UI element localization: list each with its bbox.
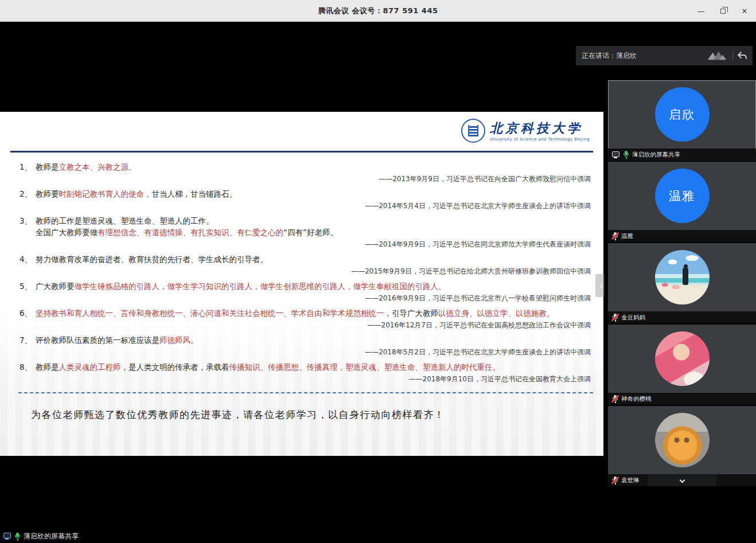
quote-segment: 努力做教育改革的奋进者、教育扶贫的先行者、学生成长的引导者。 [36, 255, 268, 264]
quote-segment: 教师的工作是塑造灵魂、塑造生命、塑造人的工作。 [36, 216, 214, 225]
quote-segment: 甘当人梯，甘当铺路石。 [152, 189, 237, 198]
quote-text: 努力做教育改革的奋进者、教育扶贫的先行者、学生成长的引导者。 [36, 253, 595, 265]
quote-attribution: ——2015年9月9日，习近平总书记在给北师大贵州研修班参训教师回信中强调 [16, 267, 591, 276]
restore-button[interactable] [717, 5, 728, 17]
quote-segment: 评价教师队伍素质的第一标准应该是 [36, 335, 159, 345]
participant-video: 温雅 [608, 162, 756, 230]
quote-text: 评价教师队伍素质的第一标准应该是师德师风。 [36, 334, 595, 346]
quote-segment: 做学生锤炼品格的引路人，做学生学习知识的引路人，做学生创新思维的引路人，做学生奉… [75, 282, 446, 291]
quote-segment: ，是人类文明的传承者，承载着 [121, 362, 229, 372]
quote-attribution: ——2016年12月7日，习近平总书记在全国高校思想政治工作会议中强调 [16, 321, 591, 330]
dashed-divider [18, 392, 593, 393]
participant-video [608, 243, 756, 311]
minimize-button[interactable]: — [695, 5, 707, 17]
microphone-muted-icon [611, 394, 618, 403]
participant-label-bar: 温雅 [608, 230, 756, 242]
quote-attribution: ——2014年5月4日，习近平总书记在北京大学师生座谈会上的讲话中强调 [16, 201, 591, 211]
microphone-muted-icon [611, 313, 618, 322]
participant-tile[interactable]: 金豆妈妈 [608, 243, 756, 323]
status-share-label: 薄启欣的屏幕共享 [24, 532, 79, 541]
quote-segment: 全国广大教师要做 [36, 228, 98, 237]
quote-item: 1、 教师是立教之本、兴教之源。 ——2013年9月9日，习近平总书记在向全国广… [16, 161, 595, 184]
close-button[interactable]: ✕ [739, 5, 750, 17]
quote-text: 广大教师要做学生锤炼品格的引路人，做学生学习知识的引路人，做学生创新思维的引路人… [36, 280, 595, 292]
quote-segment: 以德立身、以德立学、以德施教。 [438, 308, 555, 318]
screen-share-icon [3, 532, 11, 540]
participant-tile[interactable]: 神奇的樱桃 [608, 325, 756, 405]
quote-item: 5、 广大教师要做学生锤炼品格的引路人，做学生学习知识的引路人，做学生创新思维的… [16, 280, 595, 303]
chevron-down-icon [679, 478, 685, 483]
window-controls: — ✕ [695, 0, 750, 22]
minimize-icon: — [697, 7, 705, 15]
quote-item: 8、 教师是人类灵魂的工程师，是人类文明的传承者，承载着传播知识、传播思想、传播… [16, 361, 595, 384]
participant-tile[interactable]: 启欣 薄启欣的屏幕共享 [608, 80, 756, 161]
quote-number: 3、 [16, 215, 36, 238]
quote-segment: 时刻铭记教书育人的使命， [59, 189, 152, 198]
speaking-label: 正在讲话：薄启欣 [582, 51, 702, 61]
quote-number: 6、 [16, 307, 36, 319]
quote-segment: 坚持教书和育人相统一、言传和身教相统一、潜心问道和关注社会相统一、学术自由和学术… [36, 308, 384, 318]
quote-segment: 教师要 [36, 189, 59, 198]
quote-segment: ，引导广大教师 [384, 308, 439, 318]
panel-collapse-down-button[interactable] [648, 474, 716, 486]
participant-name: 神奇的樱桃 [621, 395, 652, 403]
quote-attribution: ——2018年9月10日，习近平总书记在全国教育大会上强调 [16, 374, 591, 384]
restore-icon [720, 9, 726, 14]
screen-share-icon [611, 151, 619, 159]
participant-video [608, 325, 756, 393]
quote-attribution: ——2018年5月2日，习近平总书记在北京大学师生座谈会上的讲话中强调 [16, 347, 591, 357]
window-title: 腾讯会议 会议号：877 591 445 [318, 6, 438, 16]
participant-video: 启欣 [608, 80, 756, 149]
quote-item: 4、 努力做教育改革的奋进者、教育扶贫的先行者、学生成长的引导者。 ——2015… [16, 253, 595, 276]
university-name-cn: 北京科技大学 [490, 120, 590, 137]
avatar-initials: 启欣 [655, 87, 710, 142]
reply-arrow-icon[interactable] [738, 52, 747, 60]
microphone-on-icon [622, 150, 629, 159]
quote-number: 1、 [16, 161, 36, 173]
panel-collapse-handle[interactable] [595, 274, 605, 297]
quote-number: 8、 [16, 361, 36, 373]
quote-text: 教师是立教之本、兴教之源。 [36, 161, 595, 173]
quote-text: 教师要时刻铭记教书育人的使命，甘当人梯，甘当铺路石。 [36, 188, 595, 200]
university-name-en: University of Science and Technology Bei… [490, 137, 590, 142]
participant-tile[interactable]: 袁世琳 [608, 406, 756, 486]
microphone-muted-icon [611, 232, 618, 240]
participant-name: 温雅 [621, 232, 633, 240]
divider [732, 51, 733, 60]
quote-segment: 立教之本、兴教之源。 [59, 162, 137, 171]
header-rule [10, 151, 593, 153]
quote-attribution: ——2013年9月9日，习近平总书记在向全国广大教师致慰问信中强调 [16, 174, 591, 184]
university-logo: 北京科技大学 University of Science and Technol… [461, 119, 590, 143]
quote-item: 2、 教师要时刻铭记教书育人的使命，甘当人梯，甘当铺路石。 ——2014年5月4… [16, 188, 595, 211]
university-emblem-icon [461, 119, 485, 143]
quote-item: 3、 教师的工作是塑造灵魂、塑造生命、塑造人的工作。全国广大教师要做有理想信念、… [16, 215, 595, 249]
quote-segment: 师德师风。 [159, 335, 198, 345]
meeting-stage: 正在讲话：薄启欣 北京科技大学 [0, 22, 756, 543]
quote-text: 教师的工作是塑造灵魂、塑造生命、塑造人的工作。全国广大教师要做有理想信念、有道德… [36, 215, 595, 238]
participant-name: 袁世琳 [621, 476, 640, 485]
participant-name: 金豆妈妈 [621, 314, 645, 322]
quote-list: 1、 教师是立教之本、兴教之源。 ——2013年9月9日，习近平总书记在向全国广… [16, 161, 595, 421]
quote-text: 坚持教书和育人相统一、言传和身教相统一、潜心问道和关注社会相统一、学术自由和学术… [36, 307, 595, 319]
slide-footer-text: 为各位老师甄选了数位优秀教师的先进事迹，请各位老师学习，以自身行动向榜样看齐！ [31, 408, 595, 421]
quote-item: 6、 坚持教书和育人相统一、言传和身教相统一、潜心问道和关注社会相统一、学术自由… [16, 307, 595, 330]
close-icon: ✕ [742, 7, 748, 15]
quote-segment: 广大教师要 [36, 282, 75, 291]
participant-video [608, 406, 756, 474]
microphone-muted-icon [611, 476, 618, 485]
participants-panel: 启欣 薄启欣的屏幕共享 温雅 温雅 金豆妈妈 神奇的樱桃 [608, 80, 756, 487]
app-window: 腾讯会议 会议号：877 591 445 — ✕ 正在讲话：薄启欣 [0, 0, 756, 543]
quote-number: 5、 [16, 280, 36, 292]
screen-share-statusbar: 薄启欣的屏幕共享 [0, 529, 756, 543]
quote-attribution: ——2014年9月9日，习近平总书记在同北京师范大学师生代表座谈时强调 [16, 240, 591, 249]
quote-attribution: ——2016年9月9日，习近平总书记在北京市八一学校看望慰问师生时强调 [16, 294, 591, 303]
participant-label-bar: 金豆妈妈 [608, 311, 756, 323]
participant-tile[interactable]: 温雅 温雅 [608, 162, 756, 242]
quote-text: 教师是人类灵魂的工程师，是人类文明的传承者，承载着传播知识、传播思想、传播真理，… [36, 361, 595, 373]
participant-label-bar: 薄启欣的屏幕共享 [608, 149, 756, 161]
avatar-photo [655, 331, 710, 386]
quote-item: 7、 评价教师队伍素质的第一标准应该是师德师风。 ——2018年5月2日，习近平… [16, 334, 595, 357]
speaking-banner: 正在讲话：薄启欣 [576, 46, 753, 65]
quote-segment: 人类灵魂的工程师 [59, 362, 121, 372]
tencent-meeting-logo-icon [706, 50, 728, 61]
